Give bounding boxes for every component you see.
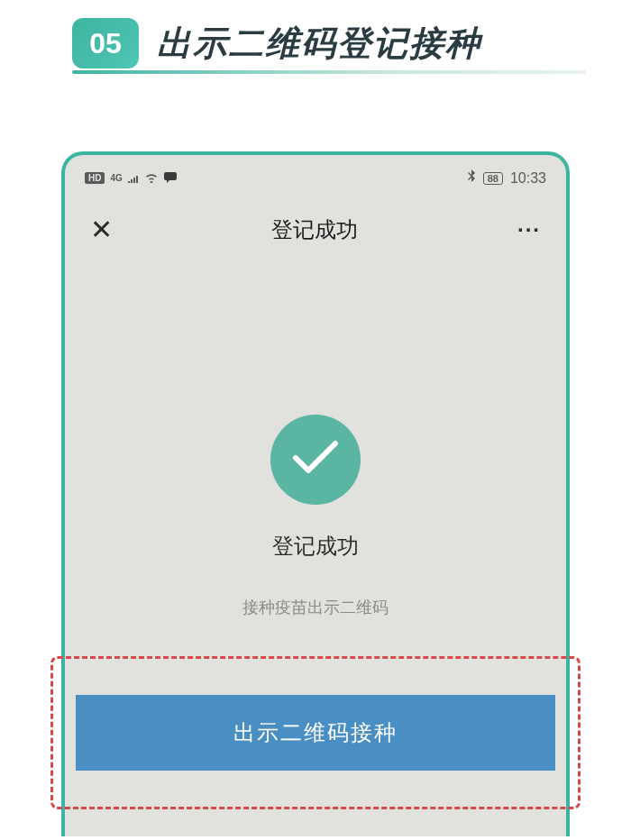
chat-icon xyxy=(164,171,177,186)
success-subtitle: 接种疫苗出示二维码 xyxy=(242,597,389,618)
success-title: 登记成功 xyxy=(272,532,359,561)
close-icon[interactable]: ✕ xyxy=(90,214,113,245)
success-content: 登记成功 接种疫苗出示二维码 xyxy=(69,270,562,618)
page-title: 登记成功 xyxy=(271,215,358,244)
status-bar: HD 4G 88 10:33 xyxy=(69,159,562,196)
battery-indicator: 88 xyxy=(483,172,503,185)
step-header: 05 出示二维码登记接种 xyxy=(72,18,631,68)
show-qr-button[interactable]: 出示二维码接种 xyxy=(76,695,555,771)
app-navigation-bar: ✕ 登记成功 ··· xyxy=(69,196,562,270)
network-label: 4G xyxy=(110,173,122,183)
status-right: 88 10:33 xyxy=(467,169,546,187)
step-number-badge: 05 xyxy=(72,18,139,68)
bluetooth-icon xyxy=(467,169,476,187)
check-icon xyxy=(290,438,341,481)
step-title: 出示二维码登记接种 xyxy=(157,21,481,67)
time-label: 10:33 xyxy=(510,170,546,187)
step-number: 05 xyxy=(89,27,122,60)
more-icon[interactable]: ··· xyxy=(517,217,541,242)
signal-icon xyxy=(128,171,139,186)
status-left: HD 4G xyxy=(85,171,177,186)
step-underline xyxy=(72,70,586,74)
hd-badge: HD xyxy=(85,172,105,184)
success-check-circle xyxy=(270,415,361,505)
wifi-icon xyxy=(144,171,159,186)
highlight-callout-box: 出示二维码接种 xyxy=(50,656,581,809)
